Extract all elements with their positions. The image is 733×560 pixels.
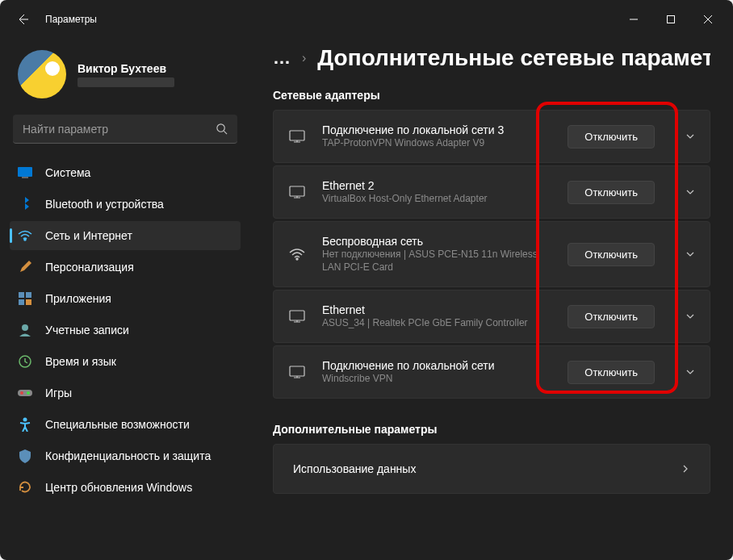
- svg-point-13: [27, 391, 30, 395]
- svg-point-12: [20, 391, 23, 395]
- nav-label: Конфиденциальность и защита: [45, 449, 211, 462]
- arrow-left-icon: [16, 13, 29, 26]
- nav-label: Сеть и Интернет: [45, 229, 132, 242]
- window-title: Параметры: [45, 14, 97, 25]
- monitor-icon: [288, 366, 306, 378]
- nav-label: Bluetooth и устройства: [45, 198, 164, 211]
- adapter-title: Ethernet 2: [322, 179, 551, 192]
- nav-privacy[interactable]: Конфиденциальность и защита: [10, 441, 241, 470]
- data-usage-row[interactable]: Использование данных: [273, 444, 710, 494]
- close-button[interactable]: [689, 6, 727, 32]
- page-title: Дополнительные сетевые параметр: [317, 45, 710, 71]
- monitor-icon: [288, 186, 306, 199]
- adapter-row: EthernetASUS_34 | Realtek PCIe GbE Famil…: [273, 290, 710, 343]
- row-title: Использование данных: [293, 462, 666, 475]
- nav-label: Центр обновления Windows: [45, 481, 192, 494]
- nav-label: Система: [45, 166, 90, 179]
- disable-button[interactable]: Отключить: [568, 125, 655, 148]
- chevron-down-icon[interactable]: [685, 132, 695, 141]
- apps-icon: [18, 291, 32, 306]
- chevron-down-icon[interactable]: [685, 249, 695, 259]
- user-name: Виктор Бухтеев: [77, 62, 174, 75]
- bluetooth-icon: [18, 197, 32, 211]
- adapter-title: Подключение по локальной сети: [322, 359, 551, 372]
- svg-point-14: [23, 418, 27, 422]
- nav-apps[interactable]: Приложения: [10, 284, 241, 313]
- avatar: [18, 50, 66, 98]
- shield-icon: [18, 449, 32, 463]
- disable-button[interactable]: Отключить: [568, 305, 655, 328]
- adapter-title: Подключение по локальной сети 3: [322, 123, 551, 136]
- accessibility-icon: [18, 417, 32, 432]
- disable-button[interactable]: Отключить: [568, 361, 655, 384]
- maximize-icon: [667, 15, 675, 23]
- svg-rect-3: [22, 177, 28, 178]
- close-icon: [704, 15, 712, 23]
- svg-rect-19: [290, 366, 304, 376]
- svg-rect-5: [19, 292, 24, 298]
- user-block[interactable]: Виктор Бухтеев: [10, 39, 241, 115]
- chevron-down-icon[interactable]: [685, 311, 695, 321]
- nav-label: Время и язык: [45, 355, 116, 368]
- nav-label: Специальные возможности: [45, 418, 190, 431]
- svg-point-1: [217, 124, 224, 132]
- svg-rect-18: [290, 311, 304, 320]
- svg-rect-11: [18, 390, 32, 396]
- adapter-title: Беспроводная сеть: [322, 235, 551, 248]
- nav-system[interactable]: Система: [10, 158, 241, 187]
- chevron-down-icon[interactable]: [685, 187, 695, 197]
- adapter-row: Беспроводная сетьНет подключения | ASUS …: [273, 221, 710, 287]
- svg-rect-16: [290, 186, 304, 196]
- section-more-title: Дополнительные параметры: [273, 423, 710, 436]
- nav-gaming[interactable]: Игры: [10, 378, 241, 407]
- user-email: [77, 77, 174, 87]
- nav-time[interactable]: Время и язык: [10, 347, 241, 376]
- chevron-down-icon[interactable]: [685, 367, 695, 377]
- monitor-icon: [288, 130, 306, 143]
- clock-icon: [18, 354, 32, 369]
- breadcrumb-more[interactable]: …: [273, 48, 291, 69]
- nav-label: Учетные записи: [45, 324, 129, 336]
- adapter-sub: VirtualBox Host-Only Ethernet Adapter: [322, 193, 551, 206]
- nav-accessibility[interactable]: Специальные возможности: [10, 410, 241, 439]
- svg-rect-6: [26, 292, 31, 298]
- svg-point-17: [296, 258, 298, 260]
- nav-label: Персонализация: [45, 261, 134, 274]
- wifi-icon: [18, 228, 32, 243]
- search-icon: [216, 123, 228, 135]
- adapter-sub: TAP-ProtonVPN Windows Adapter V9: [322, 137, 551, 150]
- maximize-button[interactable]: [652, 6, 689, 32]
- svg-rect-0: [668, 16, 675, 23]
- brush-icon: [18, 260, 32, 274]
- minimize-button[interactable]: [615, 6, 652, 32]
- svg-point-9: [22, 324, 28, 331]
- adapter-sub: ASUS_34 | Realtek PCIe GbE Family Contro…: [322, 317, 551, 330]
- svg-rect-2: [18, 167, 32, 177]
- nav-update[interactable]: Центр обновления Windows: [10, 473, 241, 502]
- minimize-icon: [630, 15, 638, 23]
- gamepad-icon: [18, 386, 32, 400]
- adapters-list: Подключение по локальной сети 3TAP-Proto…: [273, 110, 710, 399]
- chevron-right-icon: [681, 464, 690, 474]
- monitor-icon: [288, 310, 306, 323]
- adapter-title: Ethernet: [322, 303, 551, 316]
- update-icon: [18, 480, 32, 495]
- nav-label: Приложения: [45, 292, 111, 305]
- search-box[interactable]: [13, 115, 237, 144]
- adapter-sub: Нет подключения | ASUS PCE-N15 11n Wirel…: [322, 249, 551, 274]
- adapter-row: Подключение по локальной сетиWindscribe …: [273, 345, 710, 399]
- titlebar: Параметры: [0, 0, 733, 39]
- wifi-icon: [288, 249, 306, 261]
- sidebar: Виктор Бухтеев Система Bluetooth и устро…: [0, 39, 250, 560]
- disable-button[interactable]: Отключить: [568, 181, 655, 204]
- nav-accounts[interactable]: Учетные записи: [10, 316, 241, 345]
- disable-button[interactable]: Отключить: [568, 243, 655, 266]
- search-input[interactable]: [23, 123, 216, 136]
- breadcrumb: … › Дополнительные сетевые параметр: [273, 45, 710, 71]
- nav-personalization[interactable]: Персонализация: [10, 253, 241, 282]
- nav-label: Игры: [45, 387, 72, 399]
- nav-bluetooth[interactable]: Bluetooth и устройства: [10, 190, 241, 219]
- user-icon: [18, 323, 32, 337]
- nav-network[interactable]: Сеть и Интернет: [10, 221, 241, 250]
- back-button[interactable]: [6, 3, 39, 36]
